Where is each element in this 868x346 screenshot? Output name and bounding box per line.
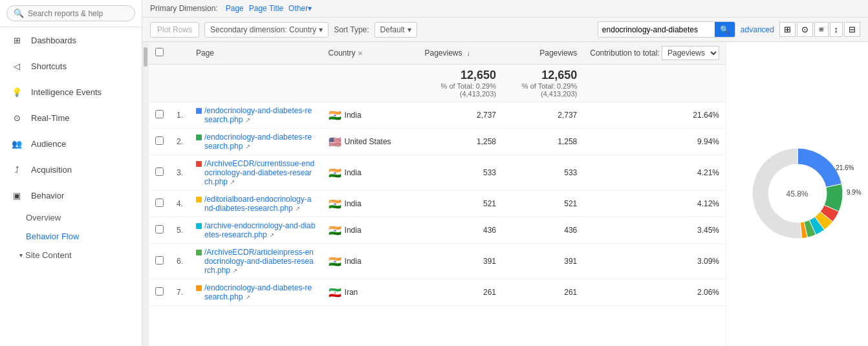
row-checkbox-cell[interactable] [149, 244, 170, 279]
row-contribution: 3.45% [583, 217, 726, 244]
view-grid-button[interactable]: ⊞ [779, 22, 796, 37]
flag-icon: 🇮🇳 [329, 109, 342, 122]
row-page: /endocrinology-and-diabetes-research.php… [190, 129, 322, 155]
page-link[interactable]: /endocrinology-and-diabetes-research.php… [204, 106, 316, 124]
sidebar-item-acquisition[interactable]: ⤴ Acquisition [0, 157, 142, 182]
row-checkbox[interactable] [155, 256, 164, 265]
pie-chart: 45.8% 21.6% 9.9% [746, 142, 849, 247]
page-link[interactable]: /archive-endocrinology-and-diabetes-rese… [204, 221, 316, 239]
row-pageviews: 533 [418, 155, 503, 191]
pie-label-99: 9.9% [847, 189, 862, 196]
table-row: 1. /endocrinology-and-diabetes-research.… [149, 102, 726, 129]
sidebar-item-shortcuts[interactable]: ◁ Shortcuts [0, 53, 142, 79]
sidebar-subitem-overview[interactable]: Overview [0, 208, 142, 227]
country-name: India [345, 168, 362, 177]
row-pageviews: 1,258 [418, 129, 503, 155]
sidebar-item-audience[interactable]: 👥 Audience [0, 131, 142, 157]
row-color-dot [196, 223, 202, 229]
select-all-checkbox[interactable] [155, 48, 164, 56]
intelligence-icon: 💡 [10, 85, 23, 98]
row-checkbox-cell[interactable] [149, 191, 170, 217]
row-contribution: 2.06% [583, 279, 726, 306]
page-link[interactable]: /editorialboard-endocrinology-and-diabet… [204, 195, 316, 213]
sidebar-section-site-content[interactable]: ▾ Site Content [0, 246, 142, 265]
search-box[interactable]: 🔍 [598, 21, 735, 38]
th-page[interactable]: Page [190, 42, 322, 65]
row-checkbox[interactable] [155, 136, 164, 145]
search-bar[interactable]: 🔍 [0, 0, 142, 27]
row-color-dot [196, 135, 202, 140]
sidebar-subitem-behavior-flow[interactable]: Behavior Flow [0, 227, 142, 246]
secondary-dimension-select[interactable]: Secondary dimension: Country ▾ [204, 22, 329, 38]
view-pivot-button[interactable]: ⊟ [844, 22, 860, 37]
row-checkbox-cell[interactable] [149, 129, 170, 155]
row-checkbox[interactable] [155, 168, 164, 176]
row-contribution: 4.21% [583, 155, 726, 191]
pie-segment [797, 148, 841, 188]
search-input[interactable] [598, 23, 715, 37]
page-link[interactable]: /endocrinology-and-diabetes-research.php… [204, 283, 316, 301]
table-row: 5. /archive-endocrinology-and-diabetes-r… [149, 217, 726, 244]
row-color-dot [196, 108, 202, 114]
pie-center-label: 45.8% [786, 189, 808, 199]
dim-page-title-link[interactable]: Page Title [249, 4, 283, 13]
page-link[interactable]: /endocrinology-and-diabetes-research.php… [204, 133, 316, 151]
search-icon: 🔍 [720, 25, 730, 34]
search-input[interactable] [28, 9, 128, 18]
view-list-button[interactable]: ≡ [814, 22, 829, 37]
row-num: 1. [170, 102, 190, 129]
summary-contribution-cell [583, 65, 726, 102]
row-color-dot [196, 197, 202, 202]
view-icons: ⊞ ⊙ ≡ ↕ ⊟ [779, 22, 860, 37]
country-name: United States [345, 137, 391, 146]
realtime-icon: ⊙ [10, 111, 23, 124]
row-checkbox[interactable] [155, 225, 164, 233]
table-row: 6. /ArchiveECDR/articleinpress-endocrino… [149, 244, 726, 279]
sidebar-item-realtime[interactable]: ⊙ Real-Time [0, 105, 142, 131]
th-num [170, 42, 190, 65]
audience-icon: 👥 [10, 137, 23, 150]
th-country[interactable]: Country ✕ [322, 42, 418, 65]
sidebar-subitem-label: Overview [26, 213, 61, 222]
row-checkbox-cell[interactable] [149, 102, 170, 129]
row-checkbox-cell[interactable] [149, 279, 170, 306]
advanced-link[interactable]: advanced [741, 25, 774, 34]
left-scroll-handle [144, 47, 147, 67]
row-color-dot [196, 285, 202, 291]
row-color-dot [196, 250, 202, 255]
row-country: 🇮🇳 India [322, 102, 418, 129]
page-link[interactable]: /ArchiveECDR/articleinpress-endocrinolog… [204, 248, 316, 275]
row-checkbox-cell[interactable] [149, 217, 170, 244]
page-link[interactable]: /ArchiveECDR/currentissue-endocrinology-… [204, 159, 316, 186]
search-button[interactable]: 🔍 [715, 22, 735, 37]
country-name: Iran [345, 288, 358, 297]
th-pageviews[interactable]: Pageviews ↓ [418, 42, 503, 65]
shortcuts-icon: ◁ [10, 59, 23, 72]
sidebar-item-behavior[interactable]: ▣ Behavior [0, 182, 142, 208]
row-checkbox[interactable] [155, 287, 164, 296]
th-contribution: Contribution to total: Pageviews [583, 42, 726, 65]
row-contribution: 21.64% [583, 102, 726, 129]
row-contribution: 4.12% [583, 191, 726, 217]
plot-rows-button[interactable]: Plot Rows [150, 22, 199, 38]
view-pie-button[interactable]: ⊙ [797, 22, 813, 37]
flag-icon: 🇮🇳 [329, 167, 342, 179]
sidebar-item-intelligence[interactable]: 💡 Intelligence Events [0, 79, 142, 105]
row-page: /endocrinology-and-diabetes-research.php… [190, 102, 322, 129]
primary-dimension-label: Primary Dimension: [150, 4, 218, 13]
row-checkbox[interactable] [155, 110, 164, 118]
row-pageviews: 391 [418, 244, 503, 279]
row-contribution: 3.09% [583, 244, 726, 279]
view-compare-button[interactable]: ↕ [830, 22, 843, 37]
sidebar-item-dashboards[interactable]: ⊞ Dashboards [0, 27, 142, 53]
flag-icon: 🇮🇷 [329, 287, 342, 299]
row-checkbox[interactable] [155, 199, 164, 207]
contribution-metric-select[interactable]: Pageviews [662, 46, 719, 60]
search-icon: 🔍 [14, 8, 24, 18]
dim-page-link[interactable]: Page [226, 4, 244, 13]
flag-icon: 🇮🇳 [329, 224, 342, 237]
row-checkbox-cell[interactable] [149, 155, 170, 191]
row-contribution: 9.94% [583, 129, 726, 155]
sort-type-select[interactable]: Default ▾ [374, 22, 417, 38]
dim-other-button[interactable]: Other ▾ [288, 4, 312, 13]
